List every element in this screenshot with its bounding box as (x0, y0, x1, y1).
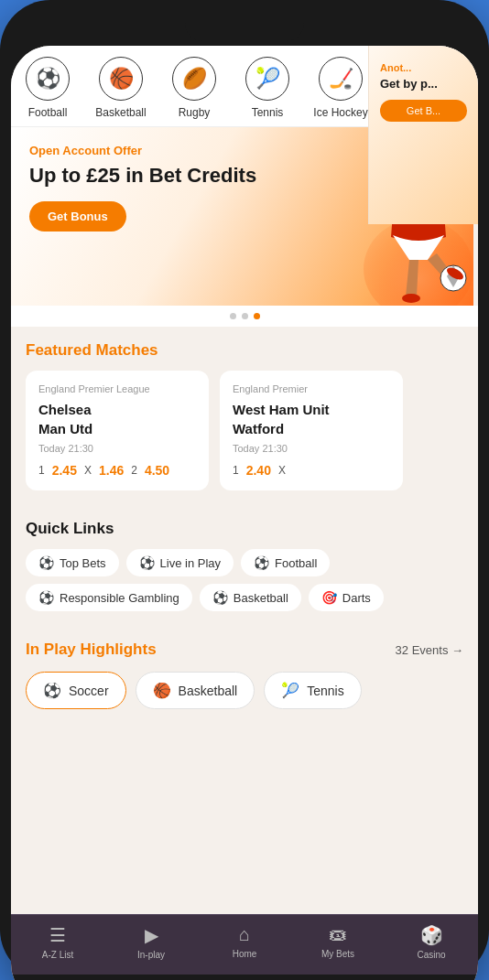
inplay-section: In Play Highlights 32 Events → ⚽ Soccer … (11, 626, 478, 724)
inplay-tab-soccer[interactable]: ⚽ Soccer (26, 672, 126, 709)
nav-my-bets[interactable]: 🎟 My Bets (291, 924, 385, 960)
soccer-tab-icon: ⚽ (43, 682, 61, 699)
nav-casino[interactable]: 🎲 Casino (385, 924, 478, 960)
odd-x-1: X (84, 464, 92, 477)
quick-link-darts[interactable]: 🎯 Darts (309, 584, 384, 611)
rugby-icon: 🏉 (172, 57, 216, 101)
home-label: Home (233, 949, 257, 959)
sport-label-basketball: Basketball (95, 106, 146, 119)
sport-label-rugby: Rugby (179, 106, 211, 119)
bottom-nav: ☰ A-Z List ▶ In-play ⌂ Home 🎟 My Bets 🎲 … (11, 914, 478, 975)
dot-2[interactable] (242, 313, 248, 319)
match-teams-1: Chelsea Man Utd (38, 400, 196, 438)
sport-item-rugby[interactable]: 🏉 Rugby (158, 57, 231, 119)
match-odds-2: 1 2.40 X (233, 463, 390, 478)
odd-label-2-1: 1 (233, 464, 239, 477)
quick-link-live-in-play[interactable]: ⚽ Live in Play (126, 549, 234, 576)
match-time-2: Today 21:30 (233, 443, 390, 454)
sport-label-football: Football (28, 106, 68, 119)
match-odds-1: 1 2.45 X 1.46 2 4.50 (38, 463, 196, 478)
az-list-icon: ☰ (49, 924, 66, 946)
inplay-tab-basketball[interactable]: 🏀 Basketball (136, 672, 255, 709)
quick-link-responsible[interactable]: ⚽ Responsible Gambling (26, 584, 192, 611)
dot-1[interactable] (230, 313, 236, 319)
tennis-tab-label: Tennis (307, 684, 343, 698)
sport-label-ice-hockey: Ice Hockey (313, 106, 367, 119)
match-teams-2: West Ham Unit Watford (233, 400, 390, 438)
inplay-events[interactable]: 32 Events → (396, 643, 463, 657)
my-bets-label: My Bets (321, 949, 354, 959)
tennis-icon: 🎾 (245, 57, 289, 101)
odd-label-1-1: 1 (38, 464, 45, 477)
in-play-label: In-play (137, 950, 165, 960)
casino-icon: 🎲 (420, 924, 443, 946)
basketball-chip-label: Basketball (234, 591, 288, 605)
banner-wrapper: Open Account Offer Up to £25 in Bet Cred… (11, 127, 478, 306)
sport-item-ice-hockey[interactable]: 🏒 Ice Hockey (304, 57, 377, 119)
team1-2: West Ham Unit (233, 402, 330, 417)
match-card-chelsea[interactable]: England Premier League Chelsea Man Utd T… (26, 371, 209, 490)
odd-value-1-2[interactable]: 4.50 (145, 463, 169, 478)
my-bets-icon: 🎟 (329, 924, 347, 945)
scrollable-content[interactable]: ⚽ Football 🏀 Basketball 🏉 Rugby 🎾 Tennis… (11, 46, 478, 914)
inplay-tabs: ⚽ Soccer 🏀 Basketball 🎾 Tennis (26, 672, 463, 709)
match-time-1: Today 21:30 (38, 443, 196, 454)
notch (185, 16, 304, 41)
spacer (11, 724, 478, 738)
matches-scroll[interactable]: England Premier League Chelsea Man Utd T… (26, 371, 463, 490)
top-bets-icon: ⚽ (38, 555, 54, 570)
basketball-tab-label: Basketball (179, 684, 238, 698)
responsible-label: Responsible Gambling (60, 591, 179, 605)
top-bets-label: Top Bets (60, 556, 106, 570)
az-list-label: A-Z List (42, 950, 73, 960)
nav-home[interactable]: ⌂ Home (198, 924, 291, 960)
sport-item-basketball[interactable]: 🏀 Basketball (84, 57, 158, 119)
soccer-tab-label: Soccer (69, 684, 109, 698)
match-league-1: England Premier League (38, 383, 196, 394)
quick-links-grid: ⚽ Top Bets ⚽ Live in Play ⚽ Football ⚽ R… (26, 549, 463, 611)
basketball-tab-icon: 🏀 (153, 682, 171, 699)
nav-az-list[interactable]: ☰ A-Z List (11, 924, 104, 960)
odd-value-1-1[interactable]: 2.45 (52, 463, 77, 478)
responsible-icon: ⚽ (38, 590, 54, 605)
odd-x-2: X (278, 464, 286, 477)
home-icon: ⌂ (239, 924, 250, 945)
svg-point-4 (402, 294, 420, 303)
basketball-chip-icon: ⚽ (212, 590, 228, 605)
quick-link-basketball[interactable]: ⚽ Basketball (200, 584, 301, 611)
quick-links-title: Quick Links (26, 520, 463, 538)
sport-label-tennis: Tennis (252, 106, 284, 119)
quick-links-section: Quick Links ⚽ Top Bets ⚽ Live in Play ⚽ … (11, 505, 478, 626)
odd-label-1-2: 2 (131, 464, 137, 477)
match-card-westham[interactable]: England Premier West Ham Unit Watford To… (220, 371, 403, 490)
odd-value-1-x[interactable]: 1.46 (99, 463, 124, 478)
football-icon: ⚽ (26, 57, 70, 101)
match-league-2: England Premier (233, 383, 390, 394)
team2-2: Watford (233, 421, 284, 436)
banner-title: Up to £25 in Bet Credits (29, 163, 264, 188)
team1-1: Chelsea (38, 402, 92, 417)
featured-matches-section: Featured Matches England Premier League … (11, 327, 478, 505)
inplay-title: In Play Highlights (26, 641, 157, 659)
tennis-tab-icon: 🎾 (281, 682, 299, 699)
dot-3[interactable] (254, 313, 260, 319)
get-bonus-button[interactable]: Get Bonus (29, 201, 126, 232)
live-in-play-icon: ⚽ (139, 555, 155, 570)
next-banner: Anot... Get by p... Get B... (368, 127, 478, 224)
football-chip-label: Football (275, 556, 317, 570)
casino-label: Casino (417, 950, 445, 960)
odd-value-2-1[interactable]: 2.40 (246, 463, 271, 478)
sport-item-tennis[interactable]: 🎾 Tennis (231, 57, 304, 119)
featured-matches-title: Featured Matches (26, 341, 463, 360)
inplay-tab-tennis[interactable]: 🎾 Tennis (264, 672, 361, 709)
quick-link-football[interactable]: ⚽ Football (241, 549, 330, 576)
in-play-icon: ▶ (145, 924, 158, 946)
live-in-play-label: Live in Play (160, 556, 221, 570)
home-indicator (11, 975, 478, 980)
sport-item-football[interactable]: ⚽ Football (11, 57, 84, 119)
notch-area (11, 11, 478, 46)
banner-dots (11, 306, 478, 327)
nav-in-play[interactable]: ▶ In-play (104, 924, 198, 960)
basketball-icon: 🏀 (99, 57, 143, 101)
quick-link-top-bets[interactable]: ⚽ Top Bets (26, 549, 119, 576)
